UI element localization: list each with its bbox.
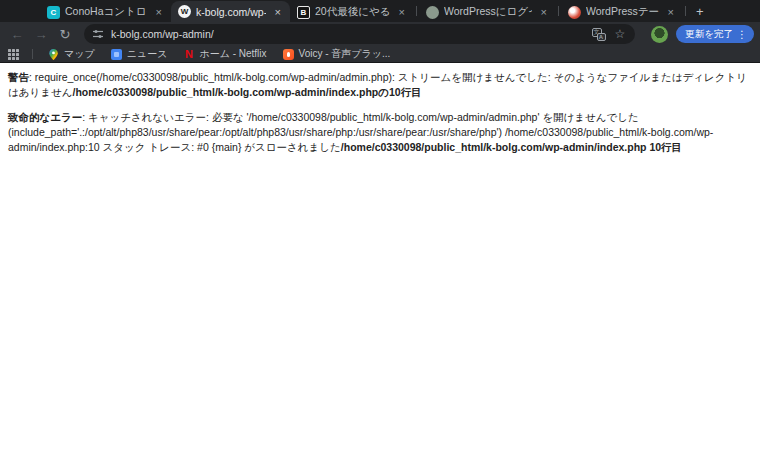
voicy-icon — [283, 49, 294, 60]
chrome-update-button[interactable]: 更新を完了 ⋮ — [676, 25, 754, 43]
tab-title: 20代最後にやるべきこと12選！ — [315, 5, 390, 19]
site-settings-icon[interactable] — [92, 28, 104, 40]
site-icon — [426, 6, 439, 19]
tab-separator — [416, 6, 417, 16]
bookmark-label: ホーム - Netflix — [199, 47, 266, 61]
fatal-prefix: 致命的なエラー — [8, 111, 82, 123]
warning-location: /home/c0330098/public_html/k-bolg.com/wp… — [72, 86, 421, 98]
php-fatal-error: 致命的なエラー: キャッチされないエラー: 必要な '/home/c033009… — [8, 110, 752, 155]
tab-title: ConoHaコントロールパネル — [65, 5, 147, 19]
close-icon[interactable]: × — [539, 6, 549, 18]
tab-blog-article[interactable]: B 20代最後にやるべきこと12選！ × — [290, 2, 414, 22]
browser-toolbar: ← → ↻ k-bolg.com/wp-admin/ 文 A ☆ 更新を完了 ⋮ — [0, 22, 760, 46]
address-bar[interactable]: k-bolg.com/wp-admin/ 文 A ☆ — [84, 24, 635, 44]
tab-title: WordPressテーマ「JIN」のお — [586, 5, 659, 19]
bookmark-netflix[interactable]: N ホーム - Netflix — [177, 47, 272, 61]
fatal-location: /home/c0330098/public_html/k-bolg.com/wp… — [341, 141, 682, 153]
tab-conoha[interactable]: C ConoHaコントロールパネル × — [40, 2, 171, 22]
profile-avatar[interactable] — [651, 26, 668, 43]
tab-separator — [685, 6, 686, 16]
maps-pin-icon — [48, 49, 59, 60]
tab-strip: C ConoHaコントロールパネル × W k-bolg.com/wp-admi… — [0, 0, 760, 22]
blog-icon: B — [297, 6, 310, 19]
conoha-icon: C — [47, 6, 60, 19]
php-warning: 警告: require_once(/home/c0330098/public_h… — [8, 70, 752, 100]
warning-prefix: 警告 — [8, 71, 29, 83]
close-icon[interactable]: × — [666, 6, 676, 18]
forward-icon[interactable]: → — [30, 27, 52, 42]
page-content: 警告: require_once(/home/c0330098/public_h… — [0, 63, 760, 474]
tab-wordpress-theme-jin[interactable]: WordPressテーマ「JIN」のお × — [561, 2, 683, 22]
bookmark-star-icon[interactable]: ☆ — [613, 27, 628, 41]
news-icon — [111, 49, 122, 60]
bookmarks-bar: マップ ニュース N ホーム - Netflix Voicy - 音声プラッ..… — [0, 46, 760, 63]
new-tab-button[interactable]: + — [688, 4, 712, 19]
bookmarks-separator — [32, 49, 33, 59]
close-icon[interactable]: × — [273, 6, 283, 18]
tab-title: WordPressにログインできない — [444, 5, 532, 19]
apps-grid-icon[interactable] — [8, 49, 19, 60]
bookmark-label: ニュース — [127, 47, 168, 61]
bookmark-label: マップ — [64, 47, 95, 61]
bookmark-label: Voicy - 音声プラッ... — [299, 47, 391, 61]
bookmark-news[interactable]: ニュース — [105, 47, 174, 61]
reload-icon[interactable]: ↻ — [54, 27, 76, 42]
tab-k-bolg-wp-admin[interactable]: W k-bolg.com/wp-admin/ × — [171, 1, 290, 22]
bookmark-voicy[interactable]: Voicy - 音声プラッ... — [277, 47, 397, 61]
netflix-icon: N — [183, 49, 194, 60]
url-text[interactable]: k-bolg.com/wp-admin/ — [111, 28, 585, 40]
close-icon[interactable]: × — [397, 6, 407, 18]
tab-title: k-bolg.com/wp-admin/ — [196, 6, 266, 18]
translate-icon[interactable]: 文 A — [592, 28, 606, 41]
wordpress-icon: W — [178, 5, 191, 18]
back-icon[interactable]: ← — [6, 27, 28, 42]
bookmark-maps[interactable]: マップ — [42, 47, 101, 61]
jin-icon — [568, 6, 581, 19]
tab-separator — [558, 6, 559, 16]
translate-a-glyph: A — [597, 33, 606, 41]
update-button-label: 更新を完了 — [685, 28, 733, 41]
close-icon[interactable]: × — [154, 6, 164, 18]
tab-wordpress-login-issue[interactable]: WordPressにログインできない × — [419, 2, 556, 22]
menu-icon[interactable]: ⋮ — [737, 29, 747, 40]
